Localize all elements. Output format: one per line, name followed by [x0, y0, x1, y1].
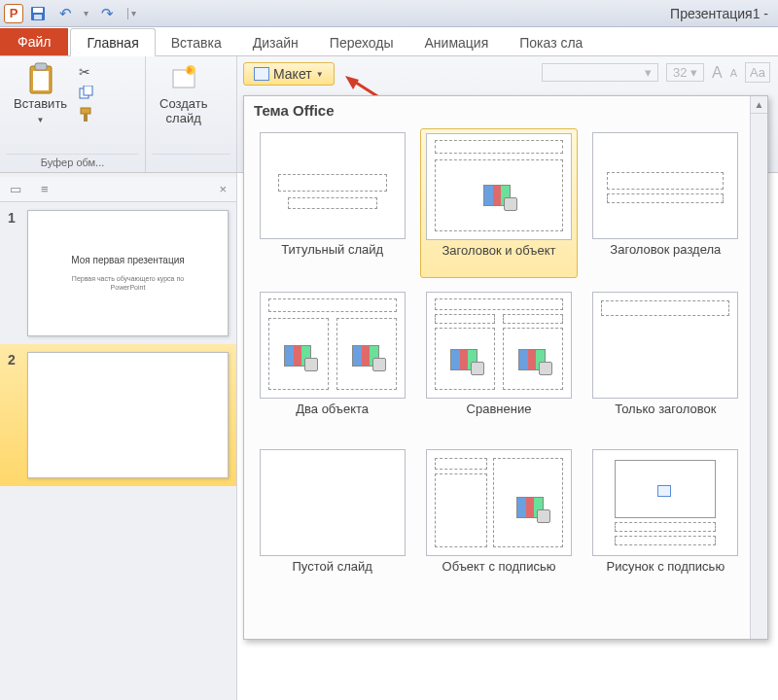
- redo-icon[interactable]: ↷: [98, 5, 116, 22]
- svg-rect-2: [34, 15, 42, 19]
- tab-home[interactable]: Главная: [70, 28, 155, 56]
- layout-label: Макет: [273, 66, 312, 82]
- layout-caption: Рисунок с подписью: [606, 560, 725, 589]
- ribbon-tabs: Файл Главная Вставка Дизайн Переходы Ани…: [0, 27, 778, 56]
- tab-slideshow[interactable]: Показ сла: [504, 29, 598, 55]
- quick-access-toolbar: ↶ ▾ ↷ │▾: [29, 5, 136, 22]
- group-label-clipboard: Буфер обм...: [6, 154, 139, 170]
- layout-caption: Титульный слайд: [281, 243, 383, 272]
- qat-dropdown[interactable]: │▾: [125, 8, 136, 18]
- format-painter-icon[interactable]: [79, 107, 96, 122]
- group-clipboard: Вставить▼ ✂ Буфер обм...: [0, 56, 146, 172]
- app-icon: P: [4, 4, 23, 23]
- slide-title: Моя первая презентация: [71, 255, 184, 265]
- layout-title-content[interactable]: Заголовок и объект: [420, 128, 577, 278]
- font-controls-disabled: ▾ 32 ▾ AA Aa: [542, 62, 770, 83]
- group-label-slides: [152, 154, 230, 170]
- svg-rect-7: [84, 86, 92, 95]
- layout-blank[interactable]: Пустой слайд: [254, 445, 410, 593]
- clipboard-icon: [24, 62, 57, 95]
- gallery-theme-label: Тема Office: [244, 96, 767, 124]
- save-icon[interactable]: [29, 5, 47, 22]
- tab-design[interactable]: Дизайн: [237, 29, 314, 55]
- ribbon: Вставить▼ ✂ Буфер обм... Создать слайд: [0, 56, 778, 173]
- chevron-down-icon: ▼: [316, 70, 324, 79]
- title-bar: P ↶ ▾ ↷ │▾ Презентация1 -: [0, 0, 778, 27]
- svg-marker-13: [345, 76, 359, 89]
- svg-rect-4: [35, 63, 47, 70]
- chevron-down-icon: ▼: [37, 116, 45, 124]
- tab-file[interactable]: Файл: [0, 28, 68, 55]
- cut-icon[interactable]: ✂: [79, 64, 96, 80]
- layout-title-only[interactable]: Только заголовок: [587, 288, 744, 436]
- layout-caption: Заголовок и объект: [442, 244, 555, 273]
- slide-thumb-1[interactable]: 1 Моя первая презентация Первая часть об…: [0, 202, 236, 344]
- slide-thumb-2[interactable]: 2: [0, 344, 236, 486]
- paste-button[interactable]: Вставить▼: [6, 60, 75, 128]
- copy-icon[interactable]: [79, 86, 96, 101]
- gallery-scrollbar[interactable]: ▲: [750, 96, 767, 639]
- layout-caption: Пустой слайд: [293, 560, 372, 589]
- qat-separator: ▾: [84, 8, 88, 18]
- layout-caption: Объект с подписью: [442, 560, 556, 589]
- tab-transitions[interactable]: Переходы: [314, 29, 409, 55]
- layout-content-caption[interactable]: Объект с подписью: [420, 445, 577, 593]
- panel-close-icon[interactable]: ×: [219, 182, 227, 196]
- scroll-up-icon[interactable]: ▲: [751, 96, 767, 114]
- layout-title-slide[interactable]: Титульный слайд: [254, 128, 410, 278]
- new-slide-button[interactable]: Создать слайд: [152, 60, 215, 128]
- undo-icon[interactable]: ↶: [56, 5, 74, 22]
- group-slides: Создать слайд: [146, 56, 237, 172]
- slide-number: 2: [8, 352, 21, 478]
- tab-animation[interactable]: Анимация: [409, 29, 505, 55]
- layout-caption: Сравнение: [467, 402, 532, 432]
- tab-insert[interactable]: Вставка: [156, 29, 237, 55]
- layout-two-content[interactable]: Два объекта: [254, 288, 410, 436]
- window-title: Презентация1 -: [136, 6, 774, 21]
- layout-caption: Два объекта: [296, 402, 369, 432]
- svg-rect-5: [33, 71, 49, 90]
- layout-dropdown-button[interactable]: Макет ▼: [243, 62, 335, 86]
- svg-rect-8: [81, 108, 90, 114]
- outline-tab-icon[interactable]: ▭: [10, 182, 21, 196]
- layout-caption: Заголовок раздела: [610, 243, 721, 272]
- new-slide-label: Создать слайд: [159, 97, 207, 126]
- layout-gallery: ▲ Тема Office Титульный слайд Заголовок …: [243, 95, 768, 640]
- new-slide-icon: [167, 62, 200, 95]
- layout-icon: [254, 67, 269, 81]
- svg-rect-1: [33, 8, 43, 13]
- layout-caption: Только заголовок: [615, 402, 716, 432]
- slide-number: 1: [8, 210, 21, 336]
- font-size-value: 32: [673, 65, 687, 80]
- panel-tabs: ▭ ≡ ×: [0, 177, 236, 202]
- svg-rect-9: [84, 114, 88, 122]
- slide-subtitle: Первая часть обучающего курса по PowerPo…: [72, 275, 184, 292]
- layout-picture-caption[interactable]: Рисунок с подписью: [587, 445, 744, 593]
- layout-section-header[interactable]: Заголовок раздела: [587, 128, 744, 278]
- thumbnails-tab-icon[interactable]: ≡: [41, 182, 49, 196]
- slide-panel: ▭ ≡ × 1 Моя первая презентация Первая ча…: [0, 173, 237, 700]
- paste-label: Вставить: [14, 96, 67, 111]
- layout-comparison[interactable]: Сравнение: [420, 288, 577, 436]
